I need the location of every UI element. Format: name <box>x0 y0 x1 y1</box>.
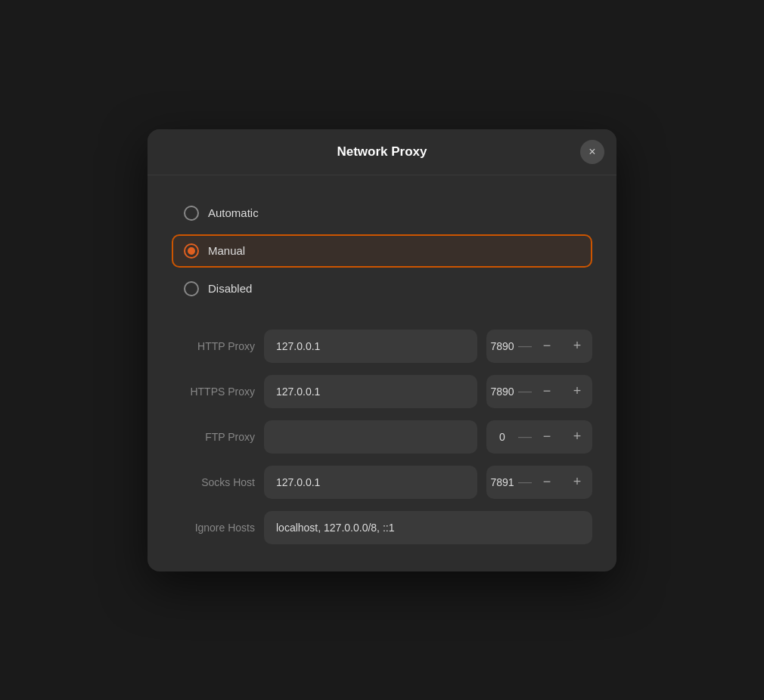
https-proxy-port-value: 7890 <box>486 386 518 398</box>
radio-option-automatic[interactable]: Automatic <box>172 197 592 230</box>
radio-label-disabled: Disabled <box>208 282 252 295</box>
https-proxy-increase-button[interactable]: + <box>562 375 592 408</box>
radio-label-manual: Manual <box>208 244 245 257</box>
socks-host-label: Socks Host <box>172 476 255 488</box>
http-proxy-address-input[interactable] <box>264 330 477 363</box>
dialog-title: Network Proxy <box>337 144 427 160</box>
radio-option-disabled[interactable]: Disabled <box>172 272 592 305</box>
socks-host-increase-button[interactable]: + <box>562 466 592 499</box>
socks-host-port-value: 7891 <box>486 476 518 488</box>
http-proxy-port-control: 7890 — − + <box>486 330 592 363</box>
dialog-content: Automatic Manual Disabled HTTP Proxy 789… <box>148 175 616 571</box>
https-proxy-row: HTTPS Proxy 7890 — − + <box>172 375 592 408</box>
radio-circle-manual <box>184 243 199 259</box>
radio-option-manual[interactable]: Manual <box>172 234 592 268</box>
https-proxy-port-divider: — <box>518 383 532 399</box>
socks-host-decrease-button[interactable]: − <box>532 466 562 499</box>
https-proxy-port-control: 7890 — − + <box>486 375 592 408</box>
http-proxy-port-value: 7890 <box>486 340 518 352</box>
socks-host-port-divider: — <box>518 474 532 490</box>
ftp-proxy-decrease-button[interactable]: − <box>532 420 562 454</box>
ignore-hosts-row: Ignore Hosts <box>172 511 592 544</box>
radio-circle-disabled <box>184 281 199 296</box>
proxy-fields: HTTP Proxy 7890 — − + HTTPS Proxy 7890 —… <box>172 330 592 544</box>
ftp-proxy-port-control: 0 — − + <box>486 420 592 454</box>
ftp-proxy-increase-button[interactable]: + <box>562 420 592 454</box>
radio-circle-automatic <box>184 206 199 221</box>
ignore-hosts-label: Ignore Hosts <box>172 522 255 534</box>
socks-host-row: Socks Host 7891 — − + <box>172 466 592 499</box>
close-button[interactable]: × <box>580 140 604 164</box>
ftp-proxy-address-input[interactable] <box>264 420 477 454</box>
ftp-proxy-port-divider: — <box>518 429 532 444</box>
title-bar: Network Proxy × <box>148 129 616 175</box>
ftp-proxy-row: FTP Proxy 0 — − + <box>172 420 592 454</box>
ignore-hosts-input[interactable] <box>264 511 592 544</box>
http-proxy-port-divider: — <box>518 338 532 354</box>
radio-label-automatic: Automatic <box>208 206 259 219</box>
socks-host-address-input[interactable] <box>264 466 477 499</box>
http-proxy-row: HTTP Proxy 7890 — − + <box>172 330 592 363</box>
ftp-proxy-port-value: 0 <box>486 431 518 443</box>
https-proxy-label: HTTPS Proxy <box>172 386 255 398</box>
ftp-proxy-label: FTP Proxy <box>172 431 255 443</box>
socks-host-port-control: 7891 — − + <box>486 466 592 499</box>
http-proxy-decrease-button[interactable]: − <box>532 330 562 363</box>
https-proxy-decrease-button[interactable]: − <box>532 375 562 408</box>
http-proxy-increase-button[interactable]: + <box>562 330 592 363</box>
proxy-mode-group: Automatic Manual Disabled <box>172 197 592 305</box>
https-proxy-address-input[interactable] <box>264 375 477 408</box>
network-proxy-dialog: Network Proxy × Automatic Manual Disable… <box>148 129 616 571</box>
http-proxy-label: HTTP Proxy <box>172 340 255 352</box>
